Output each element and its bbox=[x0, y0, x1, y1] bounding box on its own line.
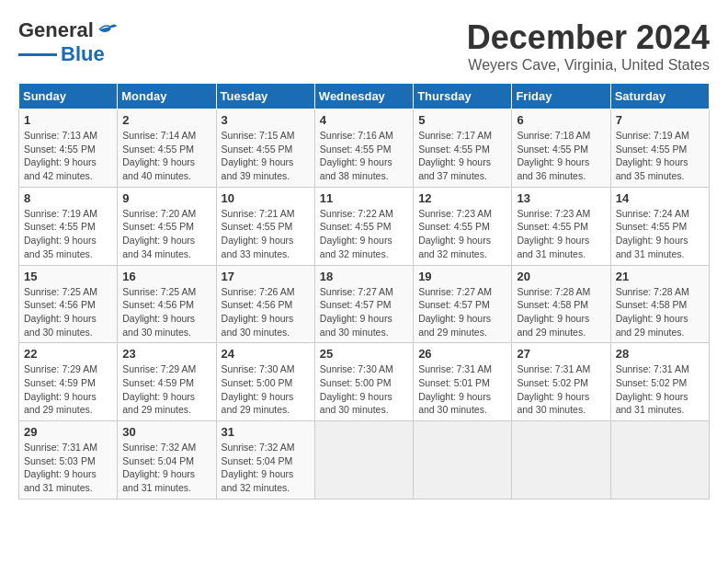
day-number: 11 bbox=[320, 191, 408, 205]
day-number: 25 bbox=[320, 347, 408, 361]
day-info: Sunrise: 7:27 AMSunset: 4:57 PMDaylight:… bbox=[418, 285, 506, 339]
table-row bbox=[512, 421, 610, 500]
day-info: Sunrise: 7:30 AMSunset: 5:00 PMDaylight:… bbox=[222, 362, 310, 417]
day-info: Sunrise: 7:20 AMSunset: 4:55 PMDaylight:… bbox=[122, 207, 210, 261]
day-number: 22 bbox=[24, 347, 112, 361]
day-info: Sunrise: 7:21 AMSunset: 4:55 PMDaylight:… bbox=[222, 207, 310, 261]
header-thursday: Thursday bbox=[414, 84, 512, 109]
day-number: 12 bbox=[418, 191, 506, 205]
logo-blue: Blue bbox=[61, 42, 105, 66]
day-info: Sunrise: 7:32 AMSunset: 5:04 PMDaylight:… bbox=[222, 441, 310, 495]
table-row: 2Sunrise: 7:14 AMSunset: 4:55 PMDaylight… bbox=[118, 109, 216, 188]
table-row: 3Sunrise: 7:15 AMSunset: 4:55 PMDaylight… bbox=[216, 109, 314, 188]
table-row: 20Sunrise: 7:28 AMSunset: 4:58 PMDayligh… bbox=[512, 265, 610, 343]
table-row: 16Sunrise: 7:25 AMSunset: 4:56 PMDayligh… bbox=[118, 265, 216, 343]
header-wednesday: Wednesday bbox=[314, 84, 413, 109]
table-row: 7Sunrise: 7:19 AMSunset: 4:55 PMDaylight… bbox=[610, 109, 709, 188]
day-number: 2 bbox=[122, 113, 210, 127]
day-info: Sunrise: 7:24 AMSunset: 4:55 PMDaylight:… bbox=[616, 207, 704, 261]
day-number: 10 bbox=[222, 191, 310, 205]
page-header: General Blue December 2024 Weyers Cave, … bbox=[18, 18, 710, 74]
day-number: 7 bbox=[616, 113, 704, 127]
day-number: 4 bbox=[320, 113, 408, 127]
day-number: 18 bbox=[320, 270, 408, 283]
table-row: 12Sunrise: 7:23 AMSunset: 4:55 PMDayligh… bbox=[414, 187, 512, 265]
day-info: Sunrise: 7:31 AMSunset: 5:02 PMDaylight:… bbox=[517, 362, 605, 417]
day-number: 9 bbox=[122, 191, 210, 205]
day-info: Sunrise: 7:25 AMSunset: 4:56 PMDaylight:… bbox=[24, 285, 112, 339]
day-info: Sunrise: 7:31 AMSunset: 5:03 PMDaylight:… bbox=[24, 441, 112, 495]
day-info: Sunrise: 7:26 AMSunset: 4:56 PMDaylight:… bbox=[222, 285, 310, 339]
day-number: 13 bbox=[517, 191, 605, 205]
day-number: 19 bbox=[418, 270, 506, 283]
day-info: Sunrise: 7:17 AMSunset: 4:55 PMDaylight:… bbox=[418, 129, 506, 183]
table-row: 9Sunrise: 7:20 AMSunset: 4:55 PMDaylight… bbox=[118, 187, 216, 265]
table-row: 15Sunrise: 7:25 AMSunset: 4:56 PMDayligh… bbox=[19, 265, 118, 343]
table-row: 23Sunrise: 7:29 AMSunset: 4:59 PMDayligh… bbox=[118, 343, 216, 421]
logo: General Blue bbox=[18, 18, 118, 66]
day-number: 27 bbox=[517, 347, 605, 361]
day-number: 31 bbox=[222, 425, 310, 439]
table-row: 4Sunrise: 7:16 AMSunset: 4:55 PMDaylight… bbox=[314, 109, 413, 188]
table-row: 25Sunrise: 7:30 AMSunset: 5:00 PMDayligh… bbox=[314, 343, 413, 421]
day-info: Sunrise: 7:22 AMSunset: 4:55 PMDaylight:… bbox=[320, 207, 408, 261]
header-monday: Monday bbox=[118, 84, 216, 109]
title-section: December 2024 Weyers Cave, Virginia, Uni… bbox=[467, 18, 710, 74]
table-row: 13Sunrise: 7:23 AMSunset: 4:55 PMDayligh… bbox=[512, 187, 610, 265]
day-number: 20 bbox=[517, 270, 605, 283]
day-info: Sunrise: 7:28 AMSunset: 4:58 PMDaylight:… bbox=[517, 285, 605, 339]
day-number: 15 bbox=[24, 270, 112, 283]
day-number: 8 bbox=[24, 191, 112, 205]
table-row bbox=[314, 421, 413, 500]
day-info: Sunrise: 7:16 AMSunset: 4:55 PMDaylight:… bbox=[320, 129, 408, 183]
table-row: 22Sunrise: 7:29 AMSunset: 4:59 PMDayligh… bbox=[19, 343, 118, 421]
table-row: 11Sunrise: 7:22 AMSunset: 4:55 PMDayligh… bbox=[314, 187, 413, 265]
day-info: Sunrise: 7:18 AMSunset: 4:55 PMDaylight:… bbox=[517, 129, 605, 183]
table-row: 21Sunrise: 7:28 AMSunset: 4:58 PMDayligh… bbox=[610, 265, 709, 343]
day-number: 24 bbox=[222, 347, 310, 361]
day-number: 1 bbox=[24, 113, 112, 127]
calendar-week-row: 15Sunrise: 7:25 AMSunset: 4:56 PMDayligh… bbox=[19, 265, 710, 343]
day-info: Sunrise: 7:23 AMSunset: 4:55 PMDaylight:… bbox=[517, 207, 605, 261]
day-number: 5 bbox=[418, 113, 506, 127]
table-row: 27Sunrise: 7:31 AMSunset: 5:02 PMDayligh… bbox=[512, 343, 610, 421]
day-number: 26 bbox=[418, 347, 506, 361]
table-row: 18Sunrise: 7:27 AMSunset: 4:57 PMDayligh… bbox=[314, 265, 413, 343]
day-info: Sunrise: 7:27 AMSunset: 4:57 PMDaylight:… bbox=[320, 285, 408, 339]
logo-divider bbox=[18, 53, 57, 56]
day-info: Sunrise: 7:31 AMSunset: 5:01 PMDaylight:… bbox=[418, 362, 506, 417]
header-tuesday: Tuesday bbox=[216, 84, 314, 109]
table-row: 19Sunrise: 7:27 AMSunset: 4:57 PMDayligh… bbox=[414, 265, 512, 343]
header-saturday: Saturday bbox=[610, 84, 709, 109]
table-row: 28Sunrise: 7:31 AMSunset: 5:02 PMDayligh… bbox=[610, 343, 709, 421]
table-row: 6Sunrise: 7:18 AMSunset: 4:55 PMDaylight… bbox=[512, 109, 610, 188]
day-number: 6 bbox=[517, 113, 605, 127]
day-number: 21 bbox=[616, 270, 704, 283]
table-row: 30Sunrise: 7:32 AMSunset: 5:04 PMDayligh… bbox=[118, 421, 216, 500]
table-row: 10Sunrise: 7:21 AMSunset: 4:55 PMDayligh… bbox=[216, 187, 314, 265]
day-info: Sunrise: 7:15 AMSunset: 4:55 PMDaylight:… bbox=[222, 129, 310, 183]
table-row: 17Sunrise: 7:26 AMSunset: 4:56 PMDayligh… bbox=[216, 265, 314, 343]
day-info: Sunrise: 7:23 AMSunset: 4:55 PMDaylight:… bbox=[418, 207, 506, 261]
day-info: Sunrise: 7:32 AMSunset: 5:04 PMDaylight:… bbox=[122, 441, 210, 495]
day-info: Sunrise: 7:14 AMSunset: 4:55 PMDaylight:… bbox=[122, 129, 210, 183]
table-row: 24Sunrise: 7:30 AMSunset: 5:00 PMDayligh… bbox=[216, 343, 314, 421]
table-row: 26Sunrise: 7:31 AMSunset: 5:01 PMDayligh… bbox=[414, 343, 512, 421]
day-info: Sunrise: 7:13 AMSunset: 4:55 PMDaylight:… bbox=[24, 129, 112, 183]
day-number: 28 bbox=[616, 347, 704, 361]
day-info: Sunrise: 7:31 AMSunset: 5:02 PMDaylight:… bbox=[616, 362, 704, 417]
day-info: Sunrise: 7:19 AMSunset: 4:55 PMDaylight:… bbox=[24, 207, 112, 261]
calendar-week-row: 1Sunrise: 7:13 AMSunset: 4:55 PMDaylight… bbox=[19, 109, 710, 188]
day-number: 30 bbox=[122, 425, 210, 439]
location: Weyers Cave, Virginia, United States bbox=[467, 57, 710, 74]
table-row bbox=[610, 421, 709, 500]
logo-bird-icon bbox=[97, 22, 118, 37]
month-title: December 2024 bbox=[467, 18, 710, 57]
calendar-table: Sunday Monday Tuesday Wednesday Thursday… bbox=[18, 83, 710, 500]
day-info: Sunrise: 7:25 AMSunset: 4:56 PMDaylight:… bbox=[122, 285, 210, 339]
table-row: 31Sunrise: 7:32 AMSunset: 5:04 PMDayligh… bbox=[216, 421, 314, 500]
day-info: Sunrise: 7:29 AMSunset: 4:59 PMDaylight:… bbox=[122, 362, 210, 417]
table-row: 8Sunrise: 7:19 AMSunset: 4:55 PMDaylight… bbox=[19, 187, 118, 265]
header-friday: Friday bbox=[512, 84, 610, 109]
calendar-week-row: 8Sunrise: 7:19 AMSunset: 4:55 PMDaylight… bbox=[19, 187, 710, 265]
